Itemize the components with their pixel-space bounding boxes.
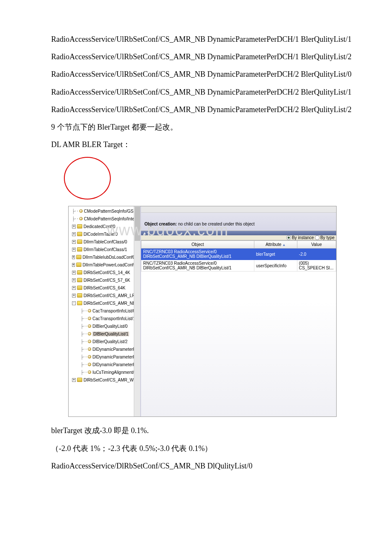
node-icon	[88, 340, 91, 343]
radio-label: By instance	[292, 235, 314, 240]
tree-item[interactable]: +DlRbSetConf/CS_14_4K	[69, 269, 140, 276]
tree-item[interactable]: +DlIrmTablePowerLoadConfClass/0	[69, 261, 140, 269]
details-panel: www.bdocx.com Object creation: no child …	[141, 206, 336, 416]
tree-expander-icon[interactable]: +	[72, 263, 75, 267]
tree-scrollbar[interactable]	[134, 206, 140, 416]
tree-label: DlRbSetConf/CS_AMR_LR	[84, 293, 135, 298]
tree-item[interactable]: ├··CacTransportInfoList/0	[69, 307, 140, 315]
tree-item[interactable]: -DlRbSetConf/CS_AMR_NB	[69, 299, 140, 307]
tree-line-icon: ├··	[81, 332, 87, 336]
tree-expander-icon[interactable]: -	[72, 301, 76, 305]
tree-label: CacTransportInfoList/1	[92, 316, 135, 321]
section-heading: DL AMR BLER Target：	[34, 139, 366, 150]
tree-expander-icon[interactable]: +	[72, 286, 76, 290]
path-text: RadioAccessService/UlRbSetConf/CS_AMR_NB…	[34, 34, 366, 45]
cell-object: RNC/TZRNC03 RadioAccessService/0 DlRbSet…	[141, 249, 254, 260]
tree-item[interactable]: ├··DlBlerQualityList/1	[69, 330, 140, 338]
tree-line-icon: ├··	[81, 362, 87, 367]
filter-bar: By instance By type	[141, 235, 336, 240]
tree-item[interactable]: +DlIrmTableConfClass/0	[69, 238, 140, 246]
node-icon	[79, 217, 83, 220]
tree-label: DlBlerQualityList/2	[92, 339, 127, 344]
tree-label: IuCsTimingAlignment/0	[92, 370, 136, 375]
tree-line-icon: ├··	[72, 209, 78, 214]
node-icon	[88, 363, 91, 366]
app-screenshot: ├··CModePatternSeqInfo/GSMRSSIMe├··CMode…	[68, 206, 337, 417]
tree-line-icon: ├··	[81, 316, 87, 321]
tree-item[interactable]: ├··DlBlerQualityList/2	[69, 338, 140, 345]
node-icon	[79, 209, 83, 213]
node-icon	[88, 370, 91, 374]
horizontal-scrollbar[interactable]	[141, 206, 336, 213]
tree-label: DlIrmTablePowerLoadConfClass/0	[83, 263, 141, 267]
folder-icon	[77, 224, 82, 228]
tree-label: DlIrmTableConfClass/1	[84, 247, 127, 252]
tree-item[interactable]: +DlRbSetConf/CS_64K	[69, 284, 140, 292]
object-info-area: www.bdocx.com Object creation: no child …	[141, 206, 336, 231]
tree-item[interactable]: ├··DlDynamicParameterPerDch/0	[69, 345, 140, 353]
table-row[interactable]: RNC/TZRNC03 RadioAccessService/0 DlRbSet…	[141, 260, 336, 272]
tree-item[interactable]: ├··CModePatternSeqInfo/GSMRSSIMe	[69, 207, 140, 215]
tree-label: DlRbSetConf/CS_57_6K	[84, 278, 130, 283]
tree-expander-icon[interactable]: +	[72, 378, 76, 382]
column-header-value[interactable]: Value	[297, 241, 336, 249]
tree-item[interactable]: +DlRbSetConf/CS_57_6K	[69, 276, 140, 284]
tree-item[interactable]: ├··CacTransportInfoList/1	[69, 315, 140, 322]
tree-item[interactable]: +DlIrmTableIubDsLoadConfClass/0	[69, 253, 140, 261]
folder-icon	[77, 293, 82, 298]
tree-item[interactable]: ├··DlDynamicParameterPerDch/2	[69, 361, 140, 368]
tree-label: DlRbSetConf/CS_AMR_WB	[84, 378, 136, 382]
tree-item[interactable]: ├··IuCsTimingAlignment/0	[69, 368, 140, 376]
tree-line-icon: ├··	[81, 339, 87, 344]
node-icon	[88, 309, 91, 312]
cell-object: RNC/TZRNC03 RadioAccessService/0 DlRbSet…	[141, 260, 254, 272]
note-text: （-2.0 代表 1%；-2.3 代表 0.5%;-3.0 代表 0.1%）	[34, 443, 366, 454]
tree-item[interactable]: +DlRbSetConf/CS_AMR_LR	[69, 292, 140, 299]
node-icon	[88, 347, 91, 351]
tree-expander-icon[interactable]: +	[72, 278, 76, 282]
tree-label: DlBlerQualityList/0	[92, 324, 127, 329]
tree-line-icon: ├··	[81, 347, 87, 352]
tree-expander-icon[interactable]: +	[72, 255, 75, 259]
cell-value: (005) CS_SPEECH SI...	[297, 260, 336, 272]
radio-by-instance[interactable]	[286, 235, 291, 240]
object-creation-label: Object creation: no child can be created…	[144, 222, 254, 226]
tree-expander-icon[interactable]: +	[72, 294, 76, 298]
folder-icon	[77, 378, 82, 382]
sort-bar[interactable]: ▲▼	[141, 231, 336, 235]
note-text: blerTarget 改成-3.0 即是 0.1%.	[34, 425, 366, 436]
table-row[interactable]: RNC/TZRNC03 RadioAccessService/0 DlRbSet…	[141, 249, 336, 260]
tree-item[interactable]: +DedicatedConf/0	[69, 223, 140, 230]
path-text: RadioAccessService/UlRbSetConf/CS_AMR_NB…	[34, 104, 366, 115]
tree-label: CacTransportInfoList/0	[92, 309, 135, 313]
tree-item[interactable]: +DlRbSetConf/CS_AMR_WB	[69, 376, 140, 384]
path-text: RadioAccessService/UlRbSetConf/CS_AMR_NB…	[34, 52, 366, 62]
folder-icon	[76, 255, 81, 259]
tree-expander-icon[interactable]: +	[72, 225, 76, 228]
tree-expander-icon[interactable]: +	[72, 248, 76, 251]
tree-panel: ├··CModePatternSeqInfo/GSMRSSIMe├··CMode…	[69, 206, 141, 416]
tree-expander-icon[interactable]: +	[72, 271, 76, 275]
path-text: RadioAccessService/UlRbSetConf/CS_AMR_NB…	[34, 87, 366, 98]
tree-expander-icon[interactable]: +	[72, 240, 76, 244]
node-icon	[88, 332, 91, 335]
column-header-object[interactable]: Object	[141, 241, 254, 249]
tree-expander-icon[interactable]: +	[72, 232, 76, 236]
tree-item[interactable]: ├··CModePatternSeqInfo/InterFrequen	[69, 215, 140, 223]
radio-label: By type	[320, 235, 334, 240]
column-header-attribute[interactable]: Attribute	[254, 241, 297, 249]
tree-label: DlCodeIrmTable/0	[84, 232, 118, 237]
tree-item[interactable]: ├··DlBlerQualityList/0	[69, 322, 140, 330]
node-icon	[88, 355, 91, 358]
node-icon	[88, 324, 91, 328]
tree-label: DlRbSetConf/CS_64K	[84, 286, 125, 290]
path-text: RadioAccessService/DlRbSetConf/CS_AMR_NB…	[34, 461, 366, 471]
tree-line-icon: ├··	[81, 355, 87, 359]
tree-line-icon: ├··	[72, 217, 78, 221]
tree-label: DlIrmTableConfClass/0	[84, 240, 127, 244]
tree-item[interactable]: ├··DlDynamicParameterPerDch/1	[69, 353, 140, 361]
tree-label: DlBlerQualityList/1	[92, 332, 129, 336]
tree-item[interactable]: +DlIrmTableConfClass/1	[69, 246, 140, 253]
radio-by-type[interactable]	[315, 235, 320, 240]
tree-item[interactable]: +DlCodeIrmTable/0	[69, 230, 140, 238]
